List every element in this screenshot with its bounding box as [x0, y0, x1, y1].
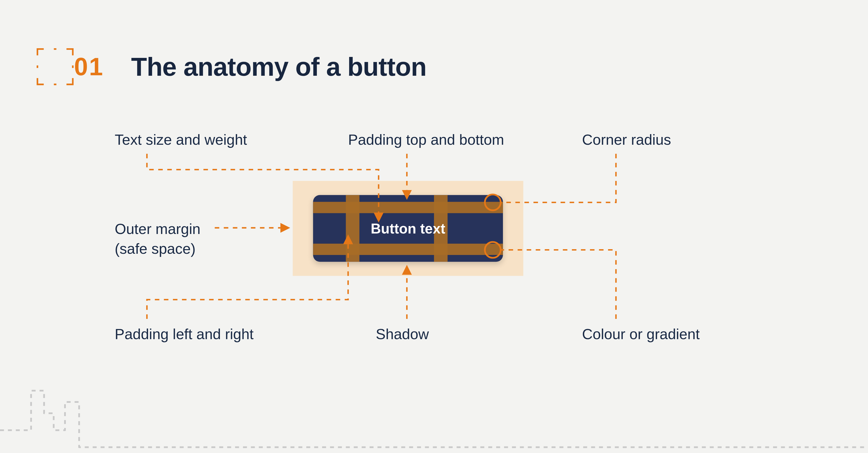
button-text: Button text	[371, 220, 445, 237]
slide-header: 01 The anatomy of a button	[36, 33, 427, 100]
label-outer-margin-line1: Outer margin	[115, 219, 200, 239]
label-colour: Colour or gradient	[582, 325, 700, 344]
example-button[interactable]: Button text	[313, 195, 503, 262]
skyline-decoration-icon	[0, 357, 868, 453]
corner-brackets-icon	[36, 33, 74, 100]
label-padding-lr: Padding left and right	[115, 325, 254, 344]
label-padding-tb: Padding top and bottom	[348, 130, 504, 150]
slide-index-frame: 01	[36, 33, 104, 100]
padding-band-bottom	[313, 244, 503, 255]
label-text-size: Text size and weight	[115, 130, 247, 150]
label-corner-radius: Corner radius	[582, 130, 671, 150]
padding-band-top	[313, 202, 503, 213]
slide-title: The anatomy of a button	[131, 51, 427, 82]
slide-index: 01	[74, 53, 104, 81]
label-shadow: Shadow	[376, 325, 429, 344]
label-outer-margin-line2: (safe space)	[115, 239, 200, 259]
label-outer-margin: Outer margin (safe space)	[115, 219, 200, 259]
